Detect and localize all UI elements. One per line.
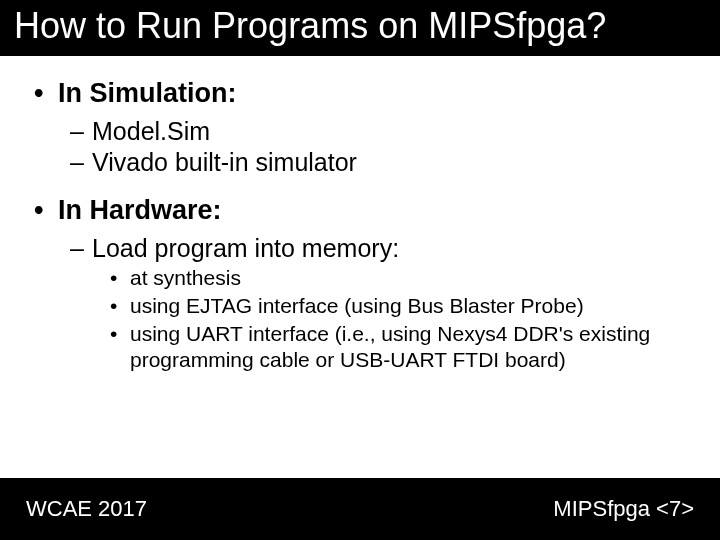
disc-bullet-icon: • <box>34 78 58 109</box>
item-text: Model.Sim <box>92 117 210 146</box>
bullet-level1: • In Simulation: <box>34 78 686 109</box>
bullet-level2: – Model.Sim <box>70 117 686 146</box>
bullet-level3: • using UART interface (i.e., using Nexy… <box>110 321 686 374</box>
slide-title: How to Run Programs on MIPSfpga? <box>14 5 606 46</box>
item-text: Load program into memory: <box>92 234 399 263</box>
bullet-level2: – Load program into memory: <box>70 234 686 263</box>
dash-bullet-icon: – <box>70 234 92 263</box>
slide-content: • In Simulation: – Model.Sim – Vivado bu… <box>0 56 720 478</box>
item-text: at synthesis <box>130 265 241 291</box>
slide: How to Run Programs on MIPSfpga? • In Si… <box>0 0 720 540</box>
dash-bullet-icon: – <box>70 117 92 146</box>
disc-bullet-icon: • <box>110 293 130 319</box>
item-text: using UART interface (i.e., using Nexys4… <box>130 321 686 374</box>
disc-bullet-icon: • <box>110 321 130 374</box>
heading-text: In Hardware: <box>58 195 222 226</box>
dash-bullet-icon: – <box>70 148 92 177</box>
item-text: using EJTAG interface (using Bus Blaster… <box>130 293 584 319</box>
footer-left: WCAE 2017 <box>26 496 147 522</box>
disc-bullet-icon: • <box>34 195 58 226</box>
bullet-level3: • at synthesis <box>110 265 686 291</box>
bullet-level1: • In Hardware: <box>34 195 686 226</box>
item-text: Vivado built-in simulator <box>92 148 357 177</box>
slide-footer: WCAE 2017 MIPSfpga <7> <box>0 478 720 540</box>
slide-title-bar: How to Run Programs on MIPSfpga? <box>0 0 720 56</box>
bullet-level2: – Vivado built-in simulator <box>70 148 686 177</box>
disc-bullet-icon: • <box>110 265 130 291</box>
heading-text: In Simulation: <box>58 78 237 109</box>
footer-right: MIPSfpga <7> <box>553 496 694 522</box>
bullet-level3: • using EJTAG interface (using Bus Blast… <box>110 293 686 319</box>
